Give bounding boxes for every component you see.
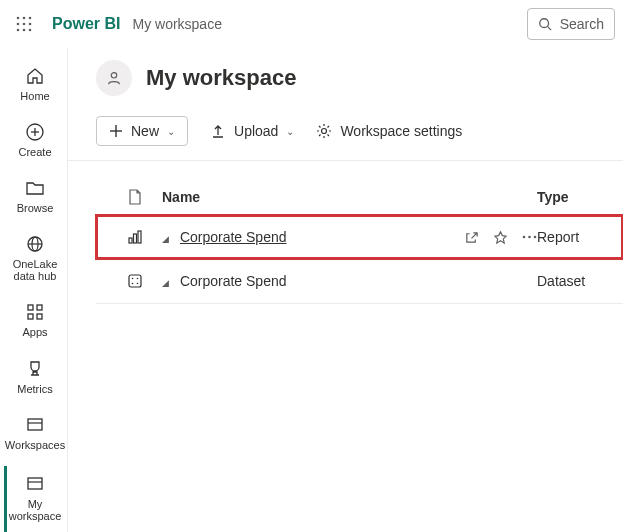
divider <box>68 160 623 161</box>
item-type: Dataset <box>537 273 607 289</box>
nav-browse[interactable]: Browse <box>4 170 64 224</box>
svg-rect-20 <box>37 314 42 319</box>
expand-caret-icon[interactable]: ◢ <box>162 278 170 288</box>
more-icon[interactable] <box>522 235 537 239</box>
svg-point-38 <box>132 283 134 285</box>
workspace-avatar <box>96 60 132 96</box>
svg-point-8 <box>29 29 32 32</box>
nav-metrics-label: Metrics <box>17 383 52 395</box>
svg-rect-17 <box>28 305 33 310</box>
nav-workspaces[interactable]: Workspaces <box>4 407 64 461</box>
column-type[interactable]: Type <box>537 189 607 205</box>
search-input[interactable]: Search <box>527 8 615 40</box>
table-header: Name Type <box>96 179 623 215</box>
settings-label: Workspace settings <box>340 123 462 139</box>
file-icon <box>128 189 142 205</box>
nav-browse-label: Browse <box>17 202 54 214</box>
upload-icon <box>210 123 226 139</box>
expand-caret-icon[interactable]: ◢ <box>162 234 170 244</box>
nav-datahub-label: OneLake data hub <box>7 258 64 282</box>
workspace-header: My workspace <box>96 60 623 110</box>
trophy-icon <box>25 359 45 379</box>
column-name[interactable]: Name <box>156 189 417 205</box>
item-name-link[interactable]: Corporate Spend <box>180 229 287 245</box>
gear-icon <box>316 123 332 139</box>
svg-rect-19 <box>28 314 33 319</box>
svg-point-2 <box>29 17 32 20</box>
table-row[interactable]: ◢ Corporate Spend Dataset <box>96 259 623 304</box>
plus-circle-icon <box>25 122 45 142</box>
folder-icon <box>25 178 45 198</box>
svg-point-6 <box>17 29 20 32</box>
nav-datahub[interactable]: OneLake data hub <box>4 226 64 292</box>
nav-home[interactable]: Home <box>4 58 64 112</box>
nav-create-label: Create <box>18 146 51 158</box>
svg-point-34 <box>534 236 537 239</box>
svg-point-9 <box>539 19 548 28</box>
workspace-icon <box>25 474 45 494</box>
svg-point-28 <box>322 129 327 134</box>
topbar: Power BI My workspace Search <box>0 0 623 48</box>
svg-point-33 <box>528 236 531 239</box>
chevron-down-icon: ⌄ <box>286 126 294 137</box>
nav-workspaces-label: Workspaces <box>5 439 65 451</box>
dataset-icon <box>127 273 143 289</box>
svg-point-1 <box>23 17 26 20</box>
svg-rect-31 <box>138 231 141 243</box>
brand-label: Power BI <box>52 15 120 33</box>
row-type-icon <box>114 229 156 245</box>
app-launcher-icon[interactable] <box>8 8 40 40</box>
nav-apps[interactable]: Apps <box>4 294 64 348</box>
column-icon <box>114 189 156 205</box>
svg-point-25 <box>111 73 116 78</box>
share-icon[interactable] <box>464 230 479 245</box>
item-name[interactable]: Corporate Spend <box>180 273 287 289</box>
svg-rect-18 <box>37 305 42 310</box>
svg-point-32 <box>523 236 526 239</box>
svg-rect-23 <box>28 478 42 489</box>
svg-point-7 <box>23 29 26 32</box>
svg-point-0 <box>17 17 20 20</box>
table-row[interactable]: ◢ Corporate Spend Report <box>96 215 623 259</box>
svg-rect-21 <box>28 419 42 430</box>
svg-rect-29 <box>129 238 132 243</box>
globe-icon <box>25 234 45 254</box>
person-icon <box>105 69 123 87</box>
breadcrumb[interactable]: My workspace <box>132 16 221 32</box>
plus-icon <box>109 124 123 138</box>
nav-apps-label: Apps <box>22 326 47 338</box>
svg-point-36 <box>132 278 134 280</box>
svg-point-5 <box>29 23 32 26</box>
svg-point-4 <box>23 23 26 26</box>
svg-rect-35 <box>129 275 141 287</box>
nav-my-workspace[interactable]: My workspace <box>4 466 64 532</box>
new-button-label: New <box>131 123 159 139</box>
nav-metrics[interactable]: Metrics <box>4 351 64 405</box>
search-icon <box>538 17 552 31</box>
nav-my-workspace-label: My workspace <box>7 498 64 522</box>
new-button[interactable]: New ⌄ <box>96 116 188 146</box>
content-table: Name Type ◢ Corporate Spend Report <box>96 179 623 304</box>
workspace-settings-button[interactable]: Workspace settings <box>316 123 462 139</box>
search-placeholder: Search <box>560 16 604 32</box>
row-type-icon <box>114 273 156 289</box>
item-type: Report <box>537 229 607 245</box>
favorite-icon[interactable] <box>493 230 508 245</box>
svg-point-39 <box>137 283 139 285</box>
svg-point-37 <box>137 278 139 280</box>
svg-rect-30 <box>134 234 137 243</box>
nav-create[interactable]: Create <box>4 114 64 168</box>
chevron-down-icon: ⌄ <box>167 126 175 137</box>
workspace-title: My workspace <box>146 65 296 91</box>
nav-home-label: Home <box>20 90 49 102</box>
svg-line-10 <box>547 27 551 31</box>
svg-point-3 <box>17 23 20 26</box>
apps-icon <box>25 302 45 322</box>
toolbar: New ⌄ Upload ⌄ Workspace settings <box>96 110 623 160</box>
left-nav: Home Create Browse OneLake data hub Apps… <box>0 48 68 532</box>
workspaces-icon <box>25 415 45 435</box>
upload-button[interactable]: Upload ⌄ <box>210 123 294 139</box>
report-icon <box>127 229 143 245</box>
main-content: My workspace New ⌄ Upload ⌄ Workspace se… <box>68 48 623 532</box>
home-icon <box>25 66 45 86</box>
